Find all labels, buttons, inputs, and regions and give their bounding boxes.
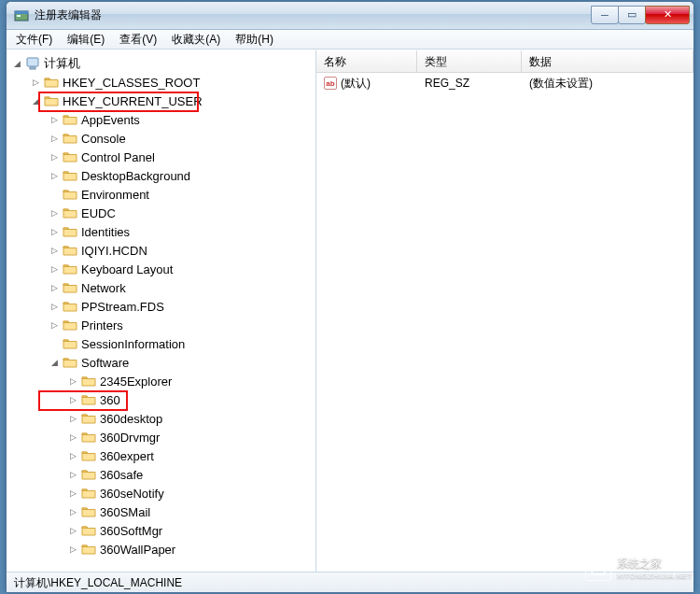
folder-icon: [44, 94, 59, 107]
folder-icon: [63, 262, 77, 276]
tree-label: Keyboard Layout: [81, 262, 173, 276]
expander-icon[interactable]: ▷: [29, 76, 42, 89]
tree-node[interactable]: ▷Printers: [7, 316, 315, 334]
expander-icon[interactable]: ▷: [66, 487, 79, 500]
tree-label: Printers: [81, 318, 123, 332]
tree-node[interactable]: ▷HKEY_CLASSES_ROOT: [7, 73, 315, 92]
expander-icon[interactable]: ▷: [48, 300, 61, 313]
app-icon: [14, 8, 29, 23]
folder-icon: [81, 393, 96, 406]
tree-node[interactable]: ▷Network: [7, 278, 315, 297]
content-area: ◢计算机▷HKEY_CLASSES_ROOT◢HKEY_CURRENT_USER…: [7, 50, 693, 572]
titlebar[interactable]: 注册表编辑器 ​ ─ ▭ ✕: [7, 2, 693, 30]
folder-icon: [63, 244, 77, 257]
expander-icon[interactable]: ▷: [48, 281, 61, 294]
folder-icon: [81, 524, 96, 537]
expander-icon[interactable]: ◢: [10, 57, 23, 70]
tree-node[interactable]: ▷DesktopBackground: [7, 166, 315, 185]
folder-icon: [44, 76, 59, 89]
menu-edit[interactable]: 编辑(E): [62, 30, 110, 50]
tree-node[interactable]: ▷Control Panel: [7, 148, 315, 166]
watermark-url: XITONGZHIJIA.NET: [617, 572, 693, 580]
expander-icon[interactable]: ▷: [66, 431, 79, 444]
col-header-type[interactable]: 类型: [417, 50, 522, 72]
tree-label: SessionInformation: [81, 337, 185, 351]
col-header-name[interactable]: 名称: [316, 50, 417, 72]
tree-node[interactable]: ▷360seNotify: [7, 484, 315, 502]
tree-node[interactable]: ▷Keyboard Layout: [7, 260, 315, 278]
menu-view[interactable]: 查看(V): [114, 30, 162, 50]
list-body[interactable]: ab (默认) REG_SZ (数值未设置): [316, 73, 693, 572]
tree-node[interactable]: ▷360desktop: [7, 409, 315, 428]
tree-node[interactable]: ◢HKEY_CURRENT_USER: [7, 92, 315, 110]
expander-icon[interactable]: ▷: [66, 449, 79, 462]
col-header-data[interactable]: 数据: [522, 50, 693, 72]
tree-node[interactable]: Environment: [7, 185, 315, 204]
tree-label: 360seNotify: [100, 487, 164, 501]
expander-icon[interactable]: ◢: [48, 356, 61, 369]
tree-node[interactable]: ▷2345Explorer: [7, 372, 315, 390]
expander-icon[interactable]: ▷: [48, 244, 61, 257]
list-header[interactable]: 名称 类型 数据: [316, 50, 693, 73]
expander-icon[interactable]: ▷: [48, 169, 61, 182]
close-button[interactable]: ✕: [645, 6, 690, 24]
tree-node[interactable]: ▷360Drvmgr: [7, 428, 315, 446]
tree-node[interactable]: ▷Console: [7, 129, 315, 148]
expander-icon[interactable]: ▷: [48, 262, 61, 276]
tree-node[interactable]: ▷360SMail: [7, 502, 315, 521]
expander-icon[interactable]: ▷: [66, 543, 79, 556]
menu-help[interactable]: 帮助(H): [230, 30, 279, 50]
value-name: (默认): [341, 76, 371, 92]
values-pane: 名称 类型 数据 ab (默认) REG_SZ (数值未设置): [316, 50, 693, 572]
folder-icon: [63, 300, 77, 313]
tree-label: 2345Explorer: [100, 375, 172, 389]
expander-icon[interactable]: ▷: [48, 318, 61, 332]
maximize-button[interactable]: ▭: [618, 6, 646, 24]
tree-node[interactable]: ▷360WallPaper: [7, 540, 315, 559]
tree-pane[interactable]: ◢计算机▷HKEY_CLASSES_ROOT◢HKEY_CURRENT_USER…: [7, 50, 316, 572]
expander-icon[interactable]: ▷: [66, 505, 79, 518]
tree-label: Software: [81, 356, 129, 370]
tree-node[interactable]: ▷360: [7, 390, 315, 409]
value-data: (数值未设置): [522, 76, 693, 92]
tree-node-computer[interactable]: ◢计算机: [7, 54, 315, 73]
expander-icon[interactable]: ▷: [66, 375, 79, 388]
watermark-text: 系统之家: [617, 556, 693, 572]
menu-file[interactable]: 文件(F): [10, 30, 58, 50]
minimize-button[interactable]: ─: [591, 6, 619, 24]
expander-icon[interactable]: ▷: [66, 468, 79, 481]
tree-node[interactable]: ▷PPStream.FDS: [7, 297, 315, 316]
tree-node[interactable]: ▷360SoftMgr: [7, 521, 315, 540]
folder-icon: [63, 169, 77, 182]
expander-icon[interactable]: ▷: [48, 150, 61, 163]
tree-label: PPStream.FDS: [81, 300, 164, 314]
expander-icon[interactable]: ▷: [48, 132, 61, 145]
value-row[interactable]: ab (默认) REG_SZ (数值未设置): [316, 75, 693, 92]
tree-node[interactable]: ▷360safe: [7, 465, 315, 484]
tree-node[interactable]: ▷360expert: [7, 446, 315, 465]
tree-node[interactable]: ▷Identities: [7, 222, 315, 241]
expander-icon[interactable]: ▷: [66, 412, 79, 425]
folder-icon: [81, 375, 96, 388]
expander-icon[interactable]: ▷: [48, 206, 61, 219]
tree-node[interactable]: ▷EUDC: [7, 204, 315, 222]
folder-icon: [63, 281, 77, 294]
tree-node[interactable]: SessionInformation: [7, 334, 315, 353]
folder-icon: [63, 225, 77, 238]
menu-favorites[interactable]: 收藏夹(A): [166, 30, 226, 50]
folder-icon: [81, 431, 96, 444]
tree-node[interactable]: ◢Software: [7, 353, 315, 372]
tree-label: 360SoftMgr: [100, 524, 162, 538]
tree-label: HKEY_CURRENT_USER: [63, 94, 203, 108]
folder-icon: [81, 505, 96, 518]
expander-icon[interactable]: ▷: [66, 524, 79, 537]
tree-node[interactable]: ▷IQIYI.HCDN: [7, 241, 315, 260]
expander-icon[interactable]: ◢: [29, 94, 42, 107]
folder-icon: [63, 337, 77, 350]
expander-icon[interactable]: ▷: [48, 225, 61, 238]
tree-node[interactable]: ▷AppEvents: [7, 110, 315, 129]
expander-icon[interactable]: ▷: [66, 393, 79, 406]
window-title: 注册表编辑器: [35, 7, 102, 23]
folder-icon: [63, 206, 77, 219]
expander-icon[interactable]: ▷: [48, 113, 61, 126]
